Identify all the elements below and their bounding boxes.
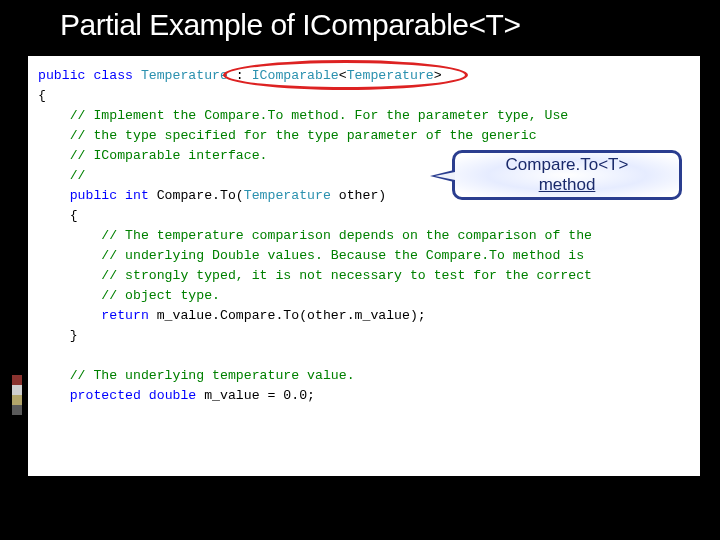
accent-block — [12, 385, 22, 395]
code-comment: // IComparable interface. — [38, 148, 268, 163]
code-comment: // Implement the Compare.To method. For … — [38, 108, 568, 123]
code-token: double — [141, 388, 196, 403]
code-token: m_value = 0.0; — [196, 388, 315, 403]
code-token: Compare.To( — [149, 188, 244, 203]
code-token: return — [38, 308, 149, 323]
code-panel: public class Temperature : IComparable<T… — [28, 56, 700, 476]
code-comment: // The temperature comparison depends on… — [38, 228, 592, 243]
code-token: Temperature — [244, 188, 331, 203]
sidebar-strip — [0, 0, 28, 540]
slide-title: Partial Example of IComparable<T> — [0, 0, 720, 52]
code-token: protected — [38, 388, 141, 403]
bottom-bar — [0, 476, 720, 540]
accent-block — [12, 375, 22, 385]
callout-pointer-fill — [435, 172, 455, 180]
code-token: { — [38, 208, 78, 223]
code-token: Temperature — [133, 68, 228, 83]
accent-color-blocks — [12, 375, 22, 415]
code-token: other) — [331, 188, 386, 203]
callout-text-line2: method — [539, 175, 596, 195]
callout-annotation: Compare.To<T> method — [452, 150, 682, 200]
callout-text-line1: Compare.To<T> — [506, 155, 629, 175]
code-comment: // — [38, 168, 85, 183]
code-token: } — [38, 328, 78, 343]
code-comment: // underlying Double values. Because the… — [38, 248, 584, 263]
code-token: class — [85, 68, 132, 83]
highlight-ellipse — [223, 60, 468, 90]
code-token: int — [117, 188, 149, 203]
code-comment: // The underlying temperature value. — [38, 368, 355, 383]
code-token: m_value.Compare.To(other.m_value); — [149, 308, 426, 323]
code-token: { — [38, 88, 46, 103]
code-block: public class Temperature : IComparable<T… — [38, 66, 690, 406]
code-comment: // strongly typed, it is not necessary t… — [38, 268, 592, 283]
accent-block — [12, 395, 22, 405]
code-comment: // object type. — [38, 288, 220, 303]
code-token: public — [38, 68, 85, 83]
code-comment: // the type specified for the type param… — [38, 128, 537, 143]
accent-block — [12, 405, 22, 415]
code-token: public — [38, 188, 117, 203]
callout-box: Compare.To<T> method — [452, 150, 682, 200]
